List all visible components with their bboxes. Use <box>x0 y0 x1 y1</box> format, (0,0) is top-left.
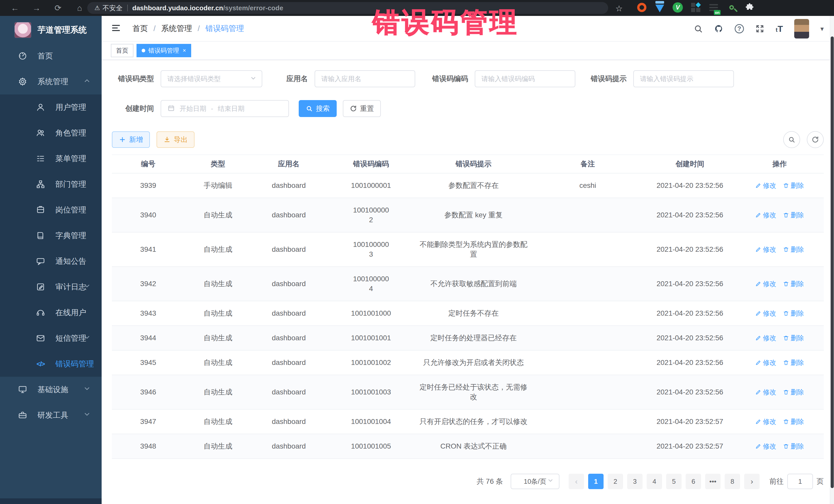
tag-close-icon[interactable]: × <box>183 47 186 54</box>
page-number-button[interactable]: 4 <box>647 474 662 489</box>
sidebar-item-home[interactable]: 首页 <box>0 43 102 69</box>
fullscreen-icon[interactable] <box>755 24 765 34</box>
page-number-button[interactable]: 3 <box>627 474 642 489</box>
sidebar-item-roles[interactable]: 角色管理 <box>0 120 102 146</box>
sidebar-item-system[interactable]: 系统管理 <box>0 69 102 94</box>
delete-link[interactable]: 删除 <box>783 245 804 254</box>
sidebar-item-menus[interactable]: 菜单管理 <box>0 146 102 171</box>
sidebar-item-posts[interactable]: 岗位管理 <box>0 197 102 223</box>
goto-page-input[interactable]: 1 <box>787 474 813 489</box>
app-name-input[interactable]: 请输入应用名 <box>314 70 415 87</box>
cell-create-time: 2021-04-20 23:52:56 <box>644 301 736 325</box>
edit-link[interactable]: 修改 <box>755 358 776 368</box>
extension-orange-icon[interactable] <box>636 2 647 13</box>
delete-link[interactable]: 删除 <box>783 417 804 426</box>
breadcrumb-home[interactable]: 首页 <box>132 23 148 34</box>
headset-icon <box>36 308 45 317</box>
reset-button[interactable]: 重置 <box>343 100 381 117</box>
sidebar-item-infrastructure[interactable]: 基础设施 <box>0 377 102 402</box>
collapse-sidebar-button[interactable] <box>111 23 121 34</box>
scrollbar-thumb[interactable] <box>831 37 834 488</box>
page-size-select[interactable]: 10条/页 <box>511 474 559 489</box>
delete-link[interactable]: 删除 <box>783 181 804 191</box>
end-date-input[interactable]: 结束日期 <box>218 104 245 113</box>
sidebar-item-departments[interactable]: 部门管理 <box>0 171 102 197</box>
cell-create-time: 2021-04-20 23:52:57 <box>644 410 736 434</box>
monitor-icon <box>18 385 27 394</box>
extension-green-icon[interactable]: V <box>672 2 683 13</box>
browser-reload-button[interactable]: ⟳ <box>53 3 63 13</box>
search-icon[interactable] <box>694 24 703 34</box>
table-row: 3942 自动生成 dashboard 100100000 4 不允许获取敏感配… <box>112 267 824 301</box>
page-number-button[interactable]: 1 <box>588 474 603 489</box>
extension-gem-icon[interactable] <box>654 2 665 13</box>
edit-link[interactable]: 修改 <box>755 181 776 191</box>
edit-link[interactable]: 修改 <box>755 387 776 397</box>
delete-link[interactable]: 删除 <box>783 333 804 343</box>
page-number-button[interactable]: 6 <box>686 474 701 489</box>
delete-link[interactable]: 删除 <box>783 308 804 318</box>
page-number-button[interactable]: 5 <box>666 474 682 489</box>
cell-remark <box>531 355 644 370</box>
font-size-icon[interactable]: tT <box>776 24 783 34</box>
address-bar[interactable]: ⚠ 不安全 dashboard.yudao.iocoder.cn/system/… <box>87 2 608 14</box>
extension-key-icon[interactable] <box>726 2 737 13</box>
error-code-input[interactable]: 请输入错误码编码 <box>475 70 575 87</box>
avatar-caret-icon[interactable]: ▾ <box>820 25 824 33</box>
sidebar-item-dictionary[interactable]: 字典管理 <box>0 223 102 248</box>
search-button[interactable]: 搜索 <box>299 100 337 117</box>
system-submenu: 用户管理 角色管理 菜单管理 部门管理 岗位管理 字典管理 <box>0 94 102 377</box>
sidebar-item-sms[interactable]: 短信管理 <box>0 325 102 351</box>
delete-link[interactable]: 删除 <box>783 279 804 289</box>
cell-type: 自动生成 <box>184 203 251 227</box>
cell-create-time: 2021-04-20 23:52:56 <box>644 203 736 227</box>
delete-link[interactable]: 删除 <box>783 387 804 397</box>
error-type-select[interactable]: 请选择错误码类型 <box>161 70 262 87</box>
browser-back-button[interactable]: ← <box>10 3 20 13</box>
delete-link[interactable]: 删除 <box>783 358 804 368</box>
refresh-button[interactable] <box>807 131 824 148</box>
edit-link[interactable]: 修改 <box>755 333 776 343</box>
user-icon <box>36 103 45 112</box>
breadcrumb-system[interactable]: 系统管理 <box>161 23 192 34</box>
help-icon[interactable]: ? <box>735 24 744 34</box>
error-msg-input[interactable]: 请输入错误码提示 <box>633 70 734 87</box>
tag-home[interactable]: 首页 <box>111 44 133 57</box>
sidebar-logo[interactable]: 芋道管理系统 <box>0 16 102 43</box>
browser-forward-button[interactable]: → <box>31 3 42 13</box>
browser-home-button[interactable]: ⌂ <box>74 3 85 13</box>
edit-link[interactable]: 修改 <box>755 210 776 220</box>
sidebar-item-dev-tools[interactable]: 研发工具 <box>0 402 102 428</box>
page-number-button[interactable]: ••• <box>705 474 721 489</box>
page-number-button[interactable]: 2 <box>608 474 623 489</box>
sidebar-item-online-users[interactable]: 在线用户 <box>0 300 102 325</box>
add-button[interactable]: 新增 <box>112 131 150 148</box>
github-icon[interactable] <box>714 24 723 34</box>
edit-link[interactable]: 修改 <box>755 441 776 451</box>
edit-link[interactable]: 修改 <box>755 245 776 254</box>
edit-link[interactable]: 修改 <box>755 417 776 426</box>
sidebar-item-users[interactable]: 用户管理 <box>0 94 102 120</box>
delete-link[interactable]: 删除 <box>783 210 804 220</box>
edit-link[interactable]: 修改 <box>755 308 776 318</box>
scrollbar-track[interactable] <box>830 16 834 504</box>
date-range-picker[interactable]: 开始日期 - 结束日期 <box>161 100 289 117</box>
sidebar-item-notices[interactable]: 通知公告 <box>0 248 102 274</box>
next-page-button[interactable]: › <box>744 474 760 489</box>
delete-link[interactable]: 删除 <box>783 441 804 451</box>
edit-link[interactable]: 修改 <box>755 279 776 289</box>
toggle-search-button[interactable] <box>783 131 800 148</box>
tag-error-code[interactable]: 错误码管理 × <box>136 44 191 57</box>
page-number-button[interactable]: 8 <box>725 474 740 489</box>
bookmark-star-icon[interactable]: ☆ <box>615 4 623 13</box>
extension-grid-icon[interactable] <box>690 2 701 13</box>
extension-list-icon[interactable]: on <box>708 2 719 13</box>
extensions-puzzle-icon[interactable] <box>744 2 755 13</box>
export-button[interactable]: 导出 <box>156 131 195 148</box>
start-date-input[interactable]: 开始日期 <box>180 104 206 113</box>
sidebar-item-error-code[interactable]: </> 错误码管理 <box>0 351 102 377</box>
security-label[interactable]: 不安全 <box>103 4 123 13</box>
user-avatar[interactable] <box>794 19 809 39</box>
prev-page-button[interactable]: ‹ <box>569 474 584 489</box>
sidebar-item-audit-log[interactable]: 审计日志 <box>0 274 102 300</box>
